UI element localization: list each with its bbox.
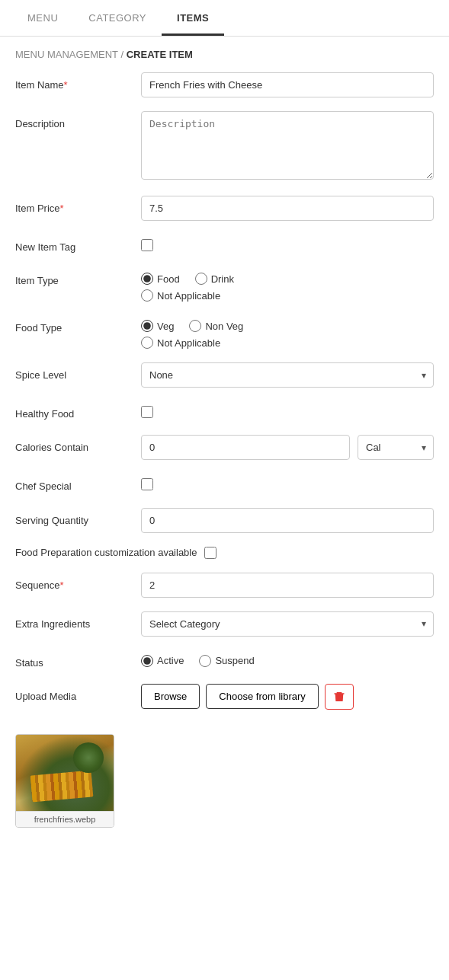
image-preview-container: frenchfries.webp	[15, 734, 114, 828]
extra-ingredients-row: Extra Ingredients Select Category	[15, 611, 434, 637]
item-price-input[interactable]	[141, 196, 434, 221]
status-suspend[interactable]: Suspend	[199, 655, 254, 667]
image-preview	[16, 735, 114, 811]
chef-special-label: Chef Special	[15, 474, 141, 493]
item-type-na-radio[interactable]	[141, 289, 153, 302]
item-type-row: Item Type Food Drink Not Applicable	[15, 268, 434, 302]
image-filename: frenchfries.webp	[16, 811, 114, 827]
food-type-veg[interactable]: Veg	[141, 320, 174, 332]
item-type-food[interactable]: Food	[141, 273, 180, 285]
item-type-food-label: Food	[157, 273, 180, 285]
breadcrumb-parent: MENU MANAGEMENT	[15, 49, 118, 60]
status-active-label: Active	[157, 655, 184, 666]
upload-media-row: Upload Media Browse Choose from library	[15, 684, 434, 710]
food-type-nonveg-radio[interactable]	[189, 320, 201, 332]
serving-quantity-label: Serving Quantity	[15, 508, 141, 528]
item-type-not-applicable[interactable]: Not Applicable	[141, 289, 434, 302]
food-type-veg-radio[interactable]	[141, 320, 153, 332]
food-prep-checkbox[interactable]	[204, 547, 216, 559]
status-active-radio[interactable]	[141, 655, 153, 667]
extra-ingredients-select[interactable]: Select Category	[141, 611, 434, 637]
chef-special-row: Chef Special	[15, 474, 434, 493]
new-item-tag-checkbox[interactable]	[141, 239, 153, 251]
calories-inputs: Cal kCal	[141, 435, 434, 460]
calories-label: Calories Contain	[15, 435, 141, 455]
upload-media-label: Upload Media	[15, 684, 141, 704]
status-row: Status Active Suspend	[15, 650, 434, 670]
food-prep-row: Food Preparation customization available	[15, 547, 434, 559]
breadcrumb: MENU MANAGEMENT / CREATE ITEM	[0, 37, 449, 66]
calories-unit-wrapper: Cal kCal	[358, 435, 434, 460]
item-type-na-label: Not Applicable	[157, 290, 220, 302]
spice-level-field: None Mild Medium Hot Extra Hot	[141, 362, 434, 388]
sequence-label: Sequence*	[15, 573, 141, 592]
choose-from-library-button[interactable]: Choose from library	[206, 684, 318, 709]
item-type-food-radio[interactable]	[141, 273, 153, 285]
sequence-row: Sequence*	[15, 573, 434, 598]
food-type-radio-group: Veg Non Veg Not Applicable	[141, 315, 434, 349]
sequence-field	[141, 573, 434, 598]
calories-field: Cal kCal	[141, 435, 434, 460]
chef-special-checkbox[interactable]	[141, 478, 153, 490]
description-input[interactable]	[141, 111, 434, 180]
extra-ingredients-field: Select Category	[141, 611, 434, 637]
serving-quantity-field	[141, 508, 434, 533]
serving-quantity-input[interactable]	[141, 508, 434, 533]
food-type-not-applicable[interactable]: Not Applicable	[141, 337, 434, 349]
item-name-label: Item Name*	[15, 72, 141, 92]
calories-value-wrapper	[141, 435, 350, 460]
status-suspend-radio[interactable]	[199, 655, 211, 667]
status-radio-group: Active Suspend	[141, 650, 434, 667]
item-price-label: Item Price*	[15, 196, 141, 215]
item-name-row: Item Name*	[15, 72, 434, 97]
item-type-drink[interactable]: Drink	[195, 273, 234, 285]
food-type-na-label: Not Applicable	[157, 337, 220, 349]
chef-special-field	[141, 474, 434, 490]
status-active[interactable]: Active	[141, 655, 184, 667]
spice-level-select[interactable]: None Mild Medium Hot Extra Hot	[141, 362, 434, 388]
upload-buttons: Browse Choose from library	[141, 684, 434, 710]
new-item-tag-label: New Item Tag	[15, 235, 141, 254]
food-type-nonveg-label: Non Veg	[205, 321, 243, 332]
food-type-row: Food Type Veg Non Veg Not Applicable	[15, 315, 434, 349]
food-type-label: Food Type	[15, 315, 141, 335]
status-label: Status	[15, 650, 141, 670]
calories-unit-select[interactable]: Cal kCal	[358, 435, 434, 460]
spice-level-label: Spice Level	[15, 362, 141, 382]
item-type-field: Food Drink Not Applicable	[141, 268, 434, 302]
food-type-na-radio[interactable]	[141, 337, 153, 349]
new-item-tag-field	[141, 235, 434, 251]
item-type-drink-label: Drink	[211, 273, 234, 285]
create-item-form: Item Name* Description Item Price* New I…	[0, 66, 449, 853]
tab-category[interactable]: CATEGORY	[73, 0, 162, 36]
item-type-radio-group: Food Drink Not Applicable	[141, 268, 434, 302]
upload-media-field: Browse Choose from library	[141, 684, 434, 710]
spice-level-select-wrapper: None Mild Medium Hot Extra Hot	[141, 362, 434, 388]
delete-media-button[interactable]	[325, 684, 354, 710]
food-type-veg-label: Veg	[157, 321, 174, 332]
tab-items[interactable]: ITEMS	[162, 0, 224, 36]
item-price-field	[141, 196, 434, 221]
tab-menu[interactable]: MENU	[12, 0, 73, 36]
healthy-food-label: Healthy Food	[15, 401, 141, 421]
trash-icon	[333, 691, 345, 703]
sequence-input[interactable]	[141, 573, 434, 598]
extra-ingredients-label: Extra Ingredients	[15, 611, 141, 631]
healthy-food-row: Healthy Food	[15, 401, 434, 421]
browse-button[interactable]: Browse	[141, 684, 200, 709]
item-type-drink-radio[interactable]	[195, 273, 207, 285]
new-item-tag-row: New Item Tag	[15, 235, 434, 254]
description-label: Description	[15, 111, 141, 131]
breadcrumb-current: CREATE ITEM	[127, 49, 193, 60]
item-name-field	[141, 72, 434, 97]
required-marker: *	[64, 79, 68, 91]
calories-unit-select-wrapper: Cal kCal	[358, 435, 434, 460]
food-type-non-veg[interactable]: Non Veg	[189, 320, 243, 332]
description-field	[141, 111, 434, 182]
item-name-input[interactable]	[141, 72, 434, 97]
healthy-food-checkbox[interactable]	[141, 406, 153, 418]
calories-input[interactable]	[141, 435, 350, 460]
healthy-food-field	[141, 401, 434, 418]
serving-quantity-row: Serving Quantity	[15, 508, 434, 533]
extra-ingredients-select-wrapper: Select Category	[141, 611, 434, 637]
